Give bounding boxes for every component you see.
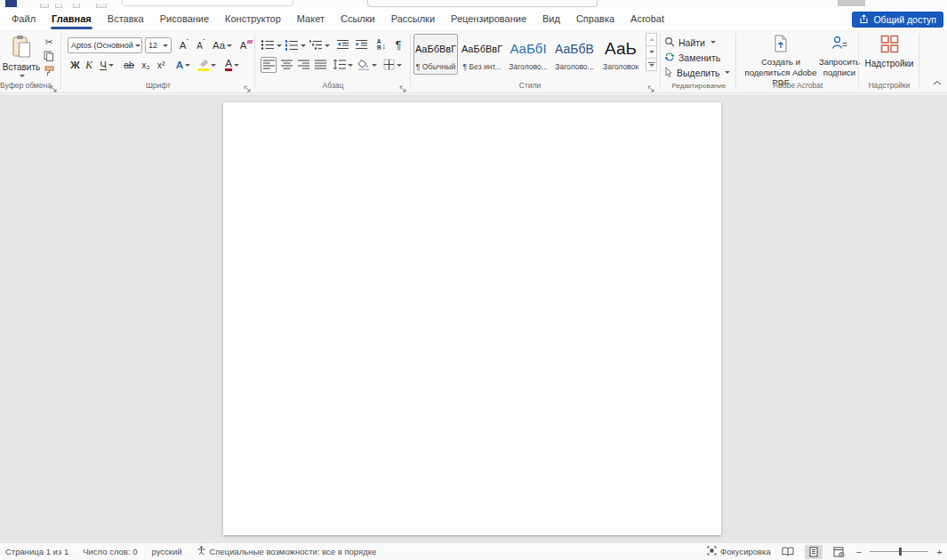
document-canvas bbox=[0, 94, 947, 542]
borders-button[interactable] bbox=[381, 57, 403, 73]
grow-font-button[interactable]: Аˆ bbox=[176, 37, 192, 53]
share-button-label: Общий доступ bbox=[873, 14, 936, 25]
word-app-icon[interactable] bbox=[5, 0, 17, 7]
align-right-button[interactable] bbox=[296, 57, 311, 73]
zoom-out-button[interactable]: − bbox=[856, 547, 862, 557]
font-size-combo[interactable]: 12 bbox=[145, 37, 172, 53]
increase-indent-button[interactable] bbox=[353, 37, 369, 53]
select-button[interactable]: Выделить bbox=[664, 66, 730, 79]
zoom-slider-thumb[interactable] bbox=[899, 548, 902, 556]
tab-references[interactable]: Ссылки bbox=[333, 9, 383, 30]
font-family-combo[interactable]: Aptos (Основной bbox=[68, 37, 142, 53]
subscript-icon: х₂ bbox=[141, 60, 149, 70]
shrink-font-button[interactable]: Аˇ bbox=[193, 37, 209, 53]
focus-mode-button[interactable]: Фокусировка bbox=[707, 546, 771, 557]
paste-dropdown-caret[interactable] bbox=[20, 75, 25, 77]
word-count[interactable]: Число слов: 0 bbox=[83, 547, 137, 556]
line-spacing-button[interactable] bbox=[332, 57, 353, 73]
style-title[interactable]: АаЬ Заголовок bbox=[598, 34, 643, 75]
titlebar-control[interactable] bbox=[838, 0, 865, 6]
print-layout-button[interactable] bbox=[805, 545, 823, 559]
underline-button[interactable]: Ч bbox=[97, 57, 116, 73]
paste-button[interactable]: Вставить bbox=[4, 35, 38, 85]
tab-help[interactable]: Справка bbox=[568, 9, 622, 30]
create-pdf-button[interactable]: Создать и поделиться Adobe PDF bbox=[742, 35, 820, 88]
change-case-button[interactable]: Аа bbox=[211, 37, 234, 53]
document-page[interactable] bbox=[223, 102, 721, 535]
addins-button[interactable]: Надстройки bbox=[863, 35, 916, 69]
styles-scroll-up-button[interactable] bbox=[646, 33, 657, 46]
zoom-slider[interactable] bbox=[870, 551, 928, 552]
text-effects-button[interactable]: А bbox=[173, 57, 194, 73]
status-bar-right: Фокусировка − + 100% bbox=[707, 543, 947, 560]
tab-home[interactable]: Главная bbox=[44, 9, 100, 30]
sort-icon: ↓ bbox=[381, 41, 386, 51]
page-indicator[interactable]: Страница 1 из 1 bbox=[5, 547, 68, 556]
cut-button[interactable]: ✂ bbox=[42, 36, 56, 48]
text-effects-icon: А bbox=[176, 60, 183, 70]
font-group: Aptos (Основной 12 Аˆ Аˇ Аа А Ж К Ч ab х… bbox=[62, 30, 254, 92]
styles-dialog-launcher[interactable] bbox=[647, 81, 656, 90]
style-heading1[interactable]: АаБбІ Заголово... bbox=[506, 34, 550, 75]
share-icon bbox=[859, 14, 869, 26]
search-box[interactable] bbox=[367, 0, 598, 7]
read-mode-button[interactable] bbox=[779, 545, 797, 559]
tab-review[interactable]: Рецензирование bbox=[443, 9, 534, 30]
tab-view[interactable]: Вид bbox=[534, 9, 568, 30]
clear-formatting-button[interactable]: А bbox=[237, 37, 256, 53]
titlebar bbox=[0, 0, 947, 8]
increase-indent-icon bbox=[355, 39, 368, 52]
bullets-button[interactable] bbox=[261, 37, 282, 53]
styles-scroll-down-button[interactable] bbox=[646, 45, 657, 59]
superscript-button[interactable]: х² bbox=[154, 57, 168, 73]
language-indicator[interactable]: русский bbox=[151, 547, 181, 556]
sort-button[interactable]: АЯ ↓ bbox=[373, 37, 390, 53]
tab-file[interactable]: Файл bbox=[4, 9, 44, 30]
acrobat-group: Создать и поделиться Adobe PDF Запросить… bbox=[738, 30, 858, 92]
bullet-list-icon bbox=[261, 39, 275, 52]
collapse-ribbon-chevron[interactable] bbox=[933, 73, 942, 89]
multilevel-list-button[interactable] bbox=[309, 37, 330, 53]
zoom-in-button[interactable]: + bbox=[936, 547, 942, 557]
request-signatures-button[interactable]: Запросить подписи bbox=[822, 35, 857, 77]
clipboard-dialog-launcher[interactable] bbox=[50, 81, 59, 90]
tab-insert[interactable]: Вставка bbox=[100, 9, 152, 30]
shading-button[interactable] bbox=[357, 57, 378, 73]
subscript-button[interactable]: х₂ bbox=[139, 57, 153, 73]
font-color-button[interactable]: А bbox=[221, 57, 243, 73]
tab-acrobat[interactable]: Acrobat bbox=[622, 9, 672, 30]
tab-design[interactable]: Конструктор bbox=[217, 9, 289, 30]
style-heading2[interactable]: АаБбВ Заголово... bbox=[552, 34, 597, 75]
find-button[interactable]: Найти bbox=[664, 36, 716, 49]
tab-draw[interactable]: Рисование bbox=[152, 9, 217, 30]
numbering-button[interactable] bbox=[285, 37, 306, 53]
styles-gallery-more-button[interactable] bbox=[646, 58, 657, 71]
strikethrough-button[interactable]: ab bbox=[121, 57, 137, 73]
ribbon: Вставить ✂ Буфер обмена Aptos (Основной … bbox=[0, 30, 947, 93]
format-painter-icon bbox=[44, 66, 55, 79]
highlight-button[interactable] bbox=[197, 57, 218, 73]
accessibility-status[interactable]: Специальные возможности: все в порядке bbox=[197, 546, 377, 557]
tab-layout[interactable]: Макет bbox=[289, 9, 333, 30]
format-painter-button[interactable] bbox=[42, 66, 56, 78]
style-normal[interactable]: АаБбВвГ ¶ Обычный bbox=[413, 34, 458, 75]
style-no-spacing[interactable]: АаБбВвГ ¶ Без инт... bbox=[460, 34, 504, 75]
align-right-icon bbox=[298, 60, 309, 71]
request-signatures-label: Запросить подписи bbox=[819, 57, 860, 77]
align-left-button[interactable] bbox=[261, 57, 277, 73]
tab-mailings[interactable]: Рассылки bbox=[383, 9, 443, 30]
italic-button[interactable]: К bbox=[83, 57, 95, 73]
justify-button[interactable] bbox=[313, 57, 328, 73]
bold-button[interactable]: Ж bbox=[68, 57, 82, 73]
replace-button[interactable]: Заменить bbox=[664, 51, 720, 64]
web-layout-button[interactable] bbox=[831, 545, 848, 559]
paragraph-dialog-launcher[interactable] bbox=[399, 81, 408, 90]
share-button[interactable]: Общий доступ bbox=[852, 12, 943, 28]
show-formatting-button[interactable]: ¶ bbox=[392, 37, 405, 53]
editing-group-label: Редактирование bbox=[662, 82, 735, 90]
highlighter-icon bbox=[198, 60, 209, 71]
align-center-button[interactable] bbox=[279, 57, 294, 73]
copy-button[interactable] bbox=[42, 51, 56, 63]
font-dialog-launcher[interactable] bbox=[244, 81, 253, 90]
decrease-indent-button[interactable] bbox=[334, 37, 350, 53]
